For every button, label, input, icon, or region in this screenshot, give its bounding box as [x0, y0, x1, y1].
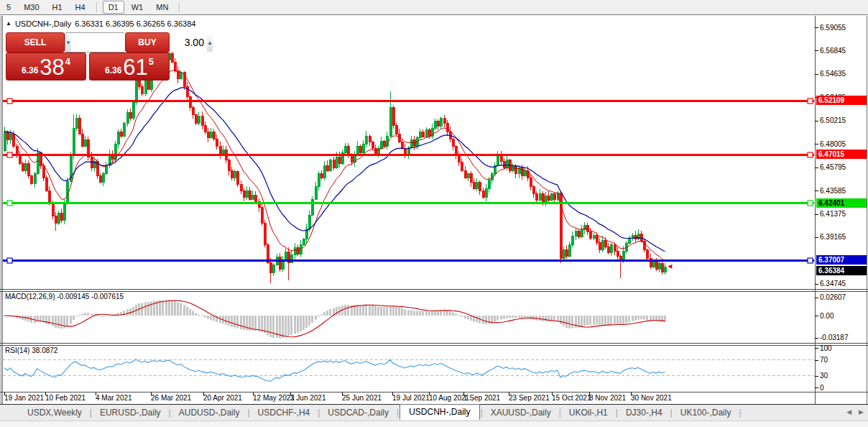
tab-scroll-buttons: ◀ ▶: [846, 408, 864, 415]
price-tick-label: 6.39165: [820, 233, 846, 241]
rsi-indicator-label: RSI(14) 38.0872: [5, 346, 57, 354]
price-tick-label: 6.41375: [820, 210, 846, 218]
date-axis-label: 4 Mar 2021: [96, 394, 132, 402]
date-axis-label: 10 Feb 2021: [45, 394, 86, 402]
rsi-tick-label: 100: [820, 344, 832, 352]
price-tick-label: 6.45795: [820, 163, 846, 171]
price-tick-label: 6.54635: [820, 70, 846, 78]
macd-tick-label: 0.02607: [820, 293, 846, 301]
price-tick-label: 6.43585: [820, 187, 846, 195]
chart-tab-audusd[interactable]: AUDUSD-,Daily: [172, 406, 247, 419]
chart-symbol-title: USDCNH-,Daily: [15, 19, 71, 28]
date-axis-label: 19 Jul 2021: [392, 394, 430, 402]
chart-tab-usdchf[interactable]: USDCHF-,H4: [251, 406, 318, 419]
date-axis-label: 8 Nov 2021: [589, 394, 626, 402]
chart-window: ▲ USDCNH-,Daily 6.36331 6.36395 6.36265 …: [0, 14, 868, 405]
date-axis-label: 30 Nov 2021: [631, 394, 672, 402]
hline-price-badge[interactable]: 6.37007: [816, 255, 867, 265]
macd-tick-label: -0.03187: [820, 334, 848, 341]
chart-tab-bar: USDX,Weekly|EURUSD-,Daily|AUDUSD-,Daily|…: [0, 405, 868, 421]
collapse-panel-icon[interactable]: ▲: [6, 21, 11, 27]
rsi-tick-label: 70: [820, 356, 828, 364]
chart-tab-usdcad[interactable]: USDCAD-,Daily: [320, 406, 396, 419]
chart-ohlc-values: 6.36331 6.36395 6.36265 6.36384: [75, 19, 195, 28]
volume-increase-icon[interactable]: ▲: [207, 33, 213, 52]
sell-price-prefix: 6.36: [22, 65, 38, 75]
chart-tab-usdcnh[interactable]: USDCNH-,Daily: [400, 404, 479, 420]
tab-separator: |: [481, 408, 483, 418]
buy-quote-box[interactable]: 6.36 61 5: [89, 52, 170, 81]
price-tick-label: 6.59055: [820, 24, 846, 32]
rsi-tick-label: 30: [820, 372, 828, 380]
chart-tab-uk100[interactable]: UK100-,Daily: [673, 406, 739, 419]
sell-price-pip: 4: [65, 56, 70, 67]
buy-price-pip: 5: [149, 56, 154, 67]
tab-scroll-left-icon[interactable]: ◀: [846, 408, 851, 415]
tab-separator: |: [616, 408, 618, 418]
date-axis-label: 23 Sep 2021: [509, 394, 550, 402]
buy-button[interactable]: BUY: [125, 32, 170, 52]
sell-quote-box[interactable]: 6.36 38 4: [6, 52, 86, 81]
tab-separator: |: [559, 408, 561, 418]
hline-price-badge[interactable]: 6.47015: [816, 150, 867, 159]
chart-tab-dj30[interactable]: DJ30-,H4: [619, 406, 670, 419]
buy-price-prefix: 6.36: [105, 65, 121, 75]
current-price-badge: 6.36384: [816, 266, 867, 275]
rsi-tick-label: 0: [820, 384, 824, 392]
date-axis-label: 19 Jan 2021: [4, 394, 44, 402]
macd-indicator-label: MACD(12,26,9) -0.009145 -0.007615: [5, 293, 124, 300]
date-axis-label: 25 Jun 2021: [342, 394, 382, 402]
date-axis-label: 15 Oct 2021: [552, 394, 591, 402]
tab-separator: |: [90, 408, 92, 418]
date-axis-label: 26 Mar 2021: [151, 394, 191, 402]
tab-separator: |: [318, 408, 320, 418]
buy-price-big: 61: [123, 58, 147, 78]
mt4-window: 5M30H1H4D1W1MN ▲ USDCNH-,Daily 6.36331 6…: [0, 0, 868, 427]
date-axis-label: 3 Jun 2021: [290, 394, 326, 402]
macd-tick-label: 0.00: [820, 312, 834, 320]
tab-separator: |: [739, 408, 741, 418]
price-tick-label: 6.50215: [820, 116, 846, 124]
chart-tab-ukoil[interactable]: UKOil-,H1: [562, 406, 615, 419]
hline-price-badge[interactable]: 6.52109: [816, 96, 867, 105]
date-axis-label: 20 Apr 2021: [203, 394, 242, 402]
date-axis-label: 1 Sep 2021: [463, 394, 500, 402]
hline-price-badge[interactable]: 6.42401: [816, 198, 867, 208]
price-tick-label: 6.48005: [820, 140, 846, 148]
sell-price-big: 38: [40, 58, 64, 78]
volume-decrease-icon[interactable]: ▼: [65, 33, 71, 52]
tab-separator: |: [247, 408, 249, 418]
tab-separator: |: [670, 408, 673, 418]
price-tick-label: 6.56845: [820, 47, 846, 55]
status-strip: [0, 421, 868, 427]
tab-separator: |: [397, 408, 399, 418]
chart-tab-usdx[interactable]: USDX,Weekly: [20, 406, 89, 419]
sell-button[interactable]: SELL: [6, 32, 65, 52]
volume-stepper: ▼ ▲: [65, 32, 125, 52]
one-click-trading-panel: SELL ▼ ▲ BUY 6.36 38 4 6.36 61 5: [6, 32, 168, 77]
chart-title-row: ▲ USDCNH-,Daily 6.36331 6.36395 6.36265 …: [6, 19, 195, 28]
date-axis-label: 12 May 2021: [253, 394, 295, 402]
tab-scroll-right-icon[interactable]: ▶: [859, 408, 864, 415]
chart-tab-eurusd[interactable]: EURUSD-,Daily: [93, 406, 168, 419]
tab-separator: |: [169, 408, 171, 418]
chart-tab-xauusd[interactable]: XAUUSD-,Daily: [484, 406, 558, 419]
price-tick-label: 6.34745: [820, 280, 846, 288]
